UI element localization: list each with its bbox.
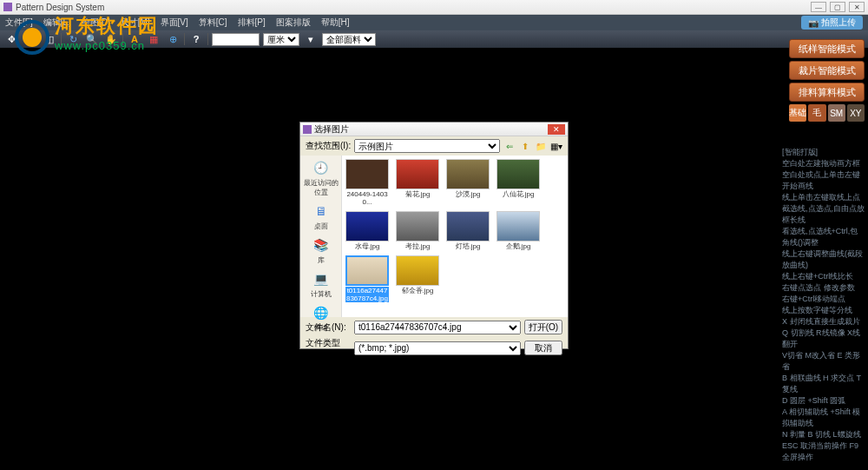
file-name: 240449-14030... [345, 190, 389, 206]
open-button[interactable]: 打开(O) [524, 320, 562, 334]
thumbnail [345, 159, 389, 189]
sub-mao[interactable]: 毛 [808, 104, 825, 122]
menu-pattern[interactable]: 图案排版 [276, 17, 311, 29]
thumbnail [496, 211, 540, 242]
filename-label: 文件名(N): [306, 321, 351, 334]
file-item[interactable]: t0116a27447836787c4.jpg [345, 255, 389, 302]
up-icon[interactable]: ⬆ [519, 140, 531, 152]
file-item[interactable]: 沙漠.jpg [446, 159, 490, 206]
minimize-button[interactable]: — [811, 2, 826, 12]
thumbnail [496, 159, 540, 189]
menu-calc[interactable]: 算料[C] [199, 17, 227, 29]
help-line: Q 切割线 R线镜像 X线翻开 [782, 328, 865, 350]
place-desktop[interactable]: 🖥桌面 [300, 202, 341, 231]
dropdown-icon[interactable]: ▾ [303, 32, 319, 46]
help-line: 右键+Ctrl移动端点 [782, 294, 865, 305]
file-item[interactable]: 考拉.jpg [396, 211, 439, 250]
upload-photo-button[interactable]: 📷 拍照上传 [801, 16, 863, 30]
file-item[interactable]: 企鹅.jpg [496, 211, 540, 250]
menu-help[interactable]: 帮助[H] [321, 17, 350, 29]
help-line: 线上单击左键取线上点 [782, 192, 865, 203]
back-icon[interactable]: ⇐ [503, 140, 516, 152]
place-recent[interactable]: 🕘最近访问的位置 [300, 159, 341, 197]
help-line: 线上按数字键等分线 [782, 305, 865, 316]
help-line: 看选线,点选线+Ctrl,包角线()调整 [782, 226, 865, 248]
help-line: 线上右键调整曲线(截段放曲线) [782, 248, 865, 271]
dialog-titlebar: 选择图片 ✕ [300, 122, 568, 136]
watermark-logo-icon [15, 20, 49, 55]
place-computer[interactable]: 💻计算机 [300, 270, 341, 299]
unit-select[interactable]: 厘米 [263, 33, 299, 46]
help-line: 空白处左建拖动画方框 [782, 158, 865, 169]
file-name: 企鹅.jpg [496, 242, 540, 250]
file-item[interactable]: 郁金香.jpg [396, 255, 439, 302]
dialog-icon [303, 125, 312, 134]
file-name: t0116a27447836787c4.jpg [345, 287, 389, 302]
mode-cut[interactable]: 裁片智能模式 [789, 61, 865, 80]
filename-input[interactable]: t0116a27447836707c4.jpg [354, 321, 521, 334]
camera-icon: 📷 [808, 18, 819, 28]
look-in-label: 查找范围(I): [306, 140, 351, 152]
new-folder-icon[interactable]: 📁 [535, 140, 547, 152]
thumbnail [345, 211, 389, 242]
file-item[interactable]: 水母.jpg [345, 211, 389, 250]
tool-globe-icon[interactable]: ⊕ [165, 32, 181, 46]
dialog-close-button[interactable]: ✕ [548, 124, 565, 135]
help-line: D 圆层 +Shift 圆弧 [782, 395, 865, 407]
file-item[interactable]: 菊花.jpg [396, 159, 439, 206]
thumbnail [446, 211, 490, 242]
file-name: 考拉.jpg [396, 242, 439, 250]
file-item[interactable]: 240449-14030... [345, 159, 389, 206]
file-item[interactable]: 灯塔.jpg [446, 211, 490, 250]
tool-help-icon[interactable]: ? [188, 32, 204, 46]
app-title: Pattern Design System [16, 3, 104, 12]
thumbnail [345, 255, 389, 286]
mode-nest[interactable]: 排料算料模式 [789, 83, 865, 102]
file-name: 郁金香.jpg [396, 287, 439, 295]
file-name: 沙漠.jpg [446, 190, 490, 198]
side-panel: 纸样智能模式 裁片智能模式 排料算料模式 基础 毛 SM XY [786, 36, 868, 124]
help-panel: [智能打版]空白处左建拖动画方框空白处或点上单击左键开始画线线上单击左键取线上点… [782, 147, 865, 463]
close-button[interactable]: ✕ [849, 2, 865, 12]
material-select[interactable]: 全部面料 [322, 33, 376, 46]
dialog-title: 选择图片 [314, 123, 349, 136]
thumbnail [396, 211, 439, 242]
file-item[interactable]: 八仙花.jpg [496, 159, 540, 206]
width-input[interactable] [212, 33, 260, 46]
help-line: 空白处或点上单击左键开始画线 [782, 169, 865, 192]
filetype-label: 文件类型(T): [306, 337, 351, 359]
file-name: 菊花.jpg [396, 190, 439, 198]
filetype-select[interactable]: (*.bmp; *.jpg) [354, 341, 521, 355]
file-name: 八仙花.jpg [496, 190, 540, 198]
thumbnail [446, 159, 490, 189]
help-line: X 封闭线直接生成裁片 [782, 316, 865, 328]
cancel-button[interactable]: 取消 [524, 341, 562, 355]
file-name: 灯塔.jpg [446, 242, 490, 250]
app-icon [3, 3, 12, 11]
menu-view[interactable]: 界面[V] [161, 17, 188, 29]
watermark-url: www.pc0359.cn [55, 39, 159, 52]
sub-xy[interactable]: XY [847, 104, 865, 122]
watermark-text: 河东软件园 [55, 13, 159, 39]
help-line: B 相联曲线 H 求交点 T复线 [782, 373, 865, 395]
help-line: ESC 取消当前操作 F9 全屏操作 [782, 440, 865, 463]
sub-sm[interactable]: SM [828, 104, 845, 122]
help-line: 截选线,点选点,自由点放框长线 [782, 203, 865, 226]
thumbnail [396, 255, 439, 286]
sub-base[interactable]: 基础 [789, 104, 806, 122]
help-line: N 剥量 B 切线 L螺旋线 [782, 429, 865, 440]
place-libraries[interactable]: 📚库 [300, 236, 341, 265]
watermark: 河东软件园 www.pc0359.cn [13, 13, 159, 52]
help-line: [智能打版] [782, 147, 865, 158]
file-list[interactable]: 240449-14030...菊花.jpg沙漠.jpg八仙花.jpg水母.jpg… [342, 156, 568, 317]
maximize-button[interactable]: ▢ [830, 2, 845, 12]
help-line: 线上右键+Ctrl线比长 [782, 271, 865, 282]
help-line: V切省 M改入省 E 类形省 [782, 350, 865, 373]
menu-layout[interactable]: 排料[P] [238, 17, 266, 29]
file-name: 水母.jpg [345, 242, 389, 250]
look-in-select[interactable]: 示例图片 [354, 139, 500, 153]
help-line: A 相切辅助线 +Shift 模拟辅助线 [782, 407, 865, 429]
view-menu-icon[interactable]: ▦▾ [550, 140, 562, 152]
mode-paper[interactable]: 纸样智能模式 [789, 39, 865, 58]
file-open-dialog: 选择图片 ✕ 查找范围(I): 示例图片 ⇐ ⬆ 📁 ▦▾ 🕘最近访问的位置 🖥… [299, 122, 569, 349]
